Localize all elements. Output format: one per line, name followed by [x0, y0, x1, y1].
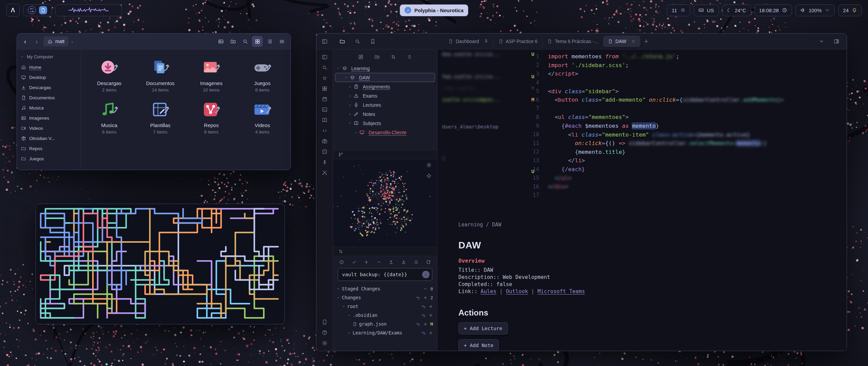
folder-documentos[interactable]: Documentos14 items	[135, 58, 186, 93]
explorer-folderplus-button[interactable]	[374, 54, 380, 60]
undo-icon[interactable]	[421, 313, 426, 318]
ribbon-dollar-button[interactable]	[322, 159, 328, 165]
explorer-item-exams[interactable]: ›Exams	[333, 91, 437, 100]
git-item-learning-daw-exams[interactable]: ›Learning/DAW/Exams	[333, 328, 437, 337]
forward-button[interactable]: ›	[32, 37, 41, 46]
minus-icon[interactable]	[423, 287, 428, 291]
sidebar-item-repos[interactable]: Repos	[17, 143, 81, 154]
sidebar-section-my-computer[interactable]: › My Computer	[17, 52, 81, 62]
explorer-item-lectures[interactable]: ›Lectures	[333, 100, 437, 109]
sidebar-item-desktop[interactable]: Desktop	[17, 72, 81, 82]
ribbon-calendar-button[interactable]	[322, 96, 328, 102]
tab-dashboard[interactable]: Dashboard	[443, 36, 494, 47]
git-minus-button[interactable]	[376, 260, 381, 265]
new-tab-button[interactable]	[640, 38, 652, 44]
tab-list-button[interactable]	[817, 38, 826, 44]
search-button[interactable]	[240, 36, 251, 47]
git-circledot-button[interactable]	[339, 260, 344, 265]
volume-indicator[interactable]: 100%	[795, 4, 835, 16]
plus-icon[interactable]	[429, 331, 433, 335]
sidebar-item-juegos[interactable]: Juegos	[17, 154, 81, 164]
folder-musica[interactable]: Musica6 items	[84, 100, 135, 135]
ribbon-tools-button[interactable]	[322, 170, 328, 176]
ribbon-heart-button[interactable]	[322, 75, 328, 81]
explorer-item-daw[interactable]: ›DAW	[335, 73, 435, 82]
git-item-root[interactable]: ›root	[333, 302, 437, 311]
note-link-outlook[interactable]: Outlook	[506, 288, 528, 294]
plus-icon[interactable]	[423, 322, 428, 326]
back-button[interactable]: ‹	[20, 37, 30, 46]
ribbon-gear-button[interactable]	[322, 340, 328, 346]
explorer-item-subjects[interactable]: ›Subjects	[333, 119, 437, 128]
keyboard-layout-indicator[interactable]: US	[694, 4, 719, 16]
explorer-item-desarrollo-cliente[interactable]: ›Desarrollo-Cliente	[333, 128, 437, 137]
explorer-pencilsq-button[interactable]	[358, 54, 363, 60]
weather-indicator[interactable]: ☾ 24°C	[722, 4, 751, 16]
plus-icon[interactable]	[429, 313, 433, 318]
ribbon-tablet-button[interactable]	[322, 319, 328, 325]
undo-icon[interactable]	[416, 322, 420, 326]
sidebar-item-documentos[interactable]: Documentos	[17, 93, 81, 103]
action-button-add-note[interactable]: + Add Note	[458, 339, 499, 351]
notes-shortcut-button[interactable]	[39, 6, 47, 14]
folder-videos[interactable]: Videos4 items	[237, 100, 288, 135]
code-editor[interactable]: One.svelte src/co...UTwo.svelte src/co..…	[437, 49, 847, 205]
folder-imagenes[interactable]: Imagenes10 items	[186, 58, 237, 93]
ribbon-terminal-button[interactable]	[322, 107, 328, 113]
new-folder-button[interactable]	[228, 36, 238, 47]
note-link-microsoft-teams[interactable]: Microsoft Teams	[537, 288, 585, 294]
explorer-sortud-button[interactable]	[391, 54, 396, 60]
undo-icon[interactable]	[421, 331, 426, 335]
sidebar-item-obsidian-v[interactable]: Obsidian V...	[17, 133, 81, 143]
ribbon-grid4-button[interactable]	[322, 86, 328, 92]
sidebar-item-musica[interactable]: Musica	[17, 103, 81, 113]
menu-button[interactable]	[276, 36, 287, 47]
git-plus-button[interactable]	[364, 260, 369, 265]
explorer-collapse-button[interactable]	[407, 54, 412, 60]
commit-message-input[interactable]	[338, 268, 432, 281]
close-tab-icon[interactable]	[631, 39, 636, 44]
git-item-staged-changes[interactable]: ›Staged Changes0	[333, 284, 437, 293]
git-item-changes[interactable]: ›Changes2	[333, 293, 437, 302]
git-panel-tab[interactable]	[338, 249, 343, 254]
folder-panel-tab-button[interactable]	[339, 39, 345, 44]
explorer-item-assignments[interactable]: ›Assignments	[333, 82, 437, 91]
breadcrumb[interactable]: matt	[43, 36, 68, 46]
graph-view-canvas[interactable]	[333, 159, 436, 247]
git-list-button[interactable]	[413, 260, 418, 265]
tab-daw[interactable]: DAW	[603, 36, 640, 47]
graph-settings-button[interactable]	[424, 162, 434, 168]
ribbon-dice-button[interactable]	[322, 149, 328, 155]
plus-icon[interactable]	[423, 296, 428, 300]
folder-descargas[interactable]: Descargas2 items	[84, 58, 135, 93]
search-panel-tab-button[interactable]	[355, 39, 360, 44]
now-playing-widget[interactable]: ♪ Polyphia - Neurotica	[400, 4, 468, 16]
thumbnails-button[interactable]	[215, 36, 226, 47]
toggle-right-sidebar-button[interactable]	[832, 38, 841, 44]
sidebar-item-videos[interactable]: Videos	[17, 123, 81, 133]
tab-asp-practice-6[interactable]: ASP Practice 6	[494, 36, 543, 47]
explorer-item-learning[interactable]: ›Learning	[333, 64, 437, 73]
plus-icon[interactable]	[429, 304, 433, 309]
sidebar-item-imagenes[interactable]: Imagenes	[17, 113, 81, 123]
power-button[interactable]	[28, 6, 36, 14]
action-button-add-lecture[interactable]: + Add Lecture	[458, 322, 508, 334]
launcher-button[interactable]: Λ	[6, 4, 20, 17]
git-upload-button[interactable]	[389, 260, 394, 265]
git-download-button[interactable]	[401, 260, 406, 265]
ribbon-help-button[interactable]	[322, 330, 328, 336]
ribbon-search-button[interactable]	[322, 65, 328, 70]
note-breadcrumb[interactable]: Learning / DAW	[458, 222, 501, 228]
undo-icon[interactable]	[421, 304, 426, 309]
note-link-aules[interactable]: Aules	[480, 288, 496, 294]
ribbon-codexml-button[interactable]	[322, 128, 328, 134]
ribbon-panels-button[interactable]	[322, 54, 328, 60]
folder-repos[interactable]: Repos6 items	[186, 100, 237, 135]
workspace-indicator[interactable]: 11	[667, 4, 690, 16]
git-item-graph-json[interactable]: graph.jsonM	[333, 320, 437, 328]
folder-juegos[interactable]: Juegos8 items	[237, 58, 288, 93]
list-view-button[interactable]	[264, 36, 275, 47]
git-refresh-button[interactable]	[426, 260, 431, 265]
clear-commit-button[interactable]	[422, 271, 430, 278]
git-item-obsidian[interactable]: ›.obsidian	[333, 311, 437, 320]
